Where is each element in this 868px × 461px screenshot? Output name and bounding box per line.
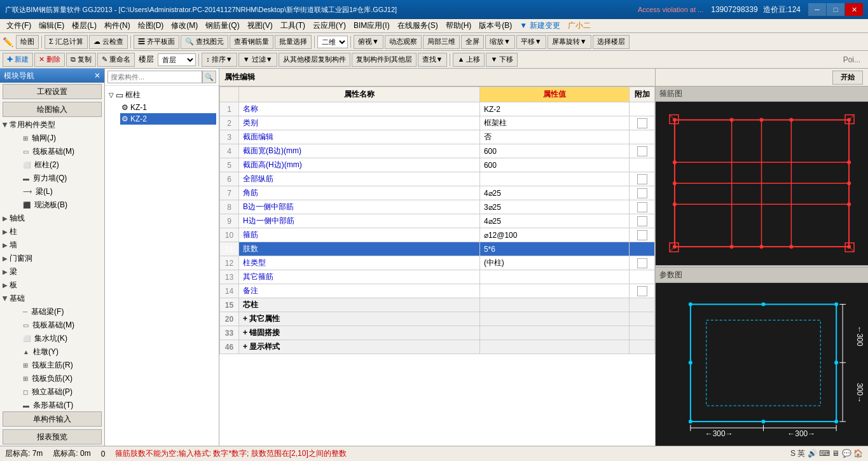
tree-item-kz2[interactable]: ⚙ KZ-2 <box>120 113 216 125</box>
nav-raft-neg[interactable]: ⊞筏板负筋(X) <box>10 372 104 385</box>
menu-tools[interactable]: 工具(T) <box>277 19 309 32</box>
prop-row-val[interactable]: 框架柱 <box>479 116 629 130</box>
prop-add-checkbox[interactable] <box>637 216 647 226</box>
nav-group-beam[interactable]: ▶梁 <box>0 265 104 279</box>
nav-frame-col[interactable]: ⬜框柱(2) <box>10 158 104 172</box>
nav-strip-found[interactable]: ▬条形基础(T) <box>10 399 104 410</box>
draw-button[interactable]: 绘图 <box>16 35 39 49</box>
menu-gxiao[interactable]: 广小二 <box>564 19 595 32</box>
new-component-button[interactable]: ✚ 新建 <box>3 53 33 67</box>
tree-search-input[interactable] <box>107 71 202 83</box>
fullscreen-button[interactable]: 全屏 <box>461 35 484 49</box>
find-elem-button[interactable]: 🔍 查找图元 <box>181 35 228 49</box>
nav-shear-wall[interactable]: ▬剪力墙(Q) <box>10 172 104 185</box>
tree-item-kz1[interactable]: ⚙ KZ-1 <box>120 102 216 113</box>
menu-draw[interactable]: 绘图(D) <box>134 19 168 32</box>
top-view-button[interactable]: 俯视▼ <box>354 35 383 49</box>
find-button[interactable]: 查找▼ <box>418 53 448 67</box>
prop-row-val[interactable]: 5*6 <box>479 242 629 256</box>
dynamic-view-button[interactable]: 动态观察 <box>385 35 422 49</box>
align-slab-button[interactable]: ☰ 齐平板面 <box>134 35 179 49</box>
cloud-check-button[interactable]: ☁ 云检查 <box>89 35 128 49</box>
nav-group-axis[interactable]: ▶轴线 <box>0 212 104 225</box>
nav-group-col[interactable]: ▶柱 <box>0 225 104 238</box>
prop-add-checkbox[interactable] <box>637 188 647 198</box>
menu-floor[interactable]: 楼层(L) <box>68 19 100 32</box>
move-down-button[interactable]: ▼ 下移 <box>486 53 518 67</box>
nav-group-opening[interactable]: ▶门窗洞 <box>0 252 104 265</box>
menu-edit[interactable]: 编辑(E) <box>35 19 68 32</box>
prop-row-val[interactable]: 4⌀25 <box>479 214 629 228</box>
select-floor-button[interactable]: 选择楼层 <box>593 35 630 49</box>
single-input-button[interactable]: 单构件输入 <box>3 411 102 427</box>
prop-add-checkbox[interactable] <box>637 286 647 296</box>
nav-found-beam[interactable]: ─基础梁(F) <box>10 305 104 319</box>
menu-cloud[interactable]: 云应用(Y) <box>309 19 350 32</box>
menu-modify[interactable]: 修改(M) <box>167 19 202 32</box>
sort-button[interactable]: ↕ 排序▼ <box>202 53 237 67</box>
nav-cast-slab[interactable]: ⬛现浇板(B) <box>10 198 104 212</box>
menu-help[interactable]: 帮助(H) <box>442 19 476 32</box>
local-3d-button[interactable]: 局部三维 <box>423 35 460 49</box>
move-up-button[interactable]: ▲ 上移 <box>453 53 485 67</box>
filter-button[interactable]: ▼ 过滤▼ <box>238 53 277 67</box>
close-button[interactable]: ✕ <box>845 3 863 16</box>
prop-row-val[interactable]: (中柱) <box>479 256 629 270</box>
menu-online[interactable]: 在线服务(S) <box>394 19 442 32</box>
copy-from-floor-button[interactable]: 从其他楼层复制构件 <box>279 53 350 67</box>
tree-root-framecol[interactable]: ▽ ▭ 框柱 <box>107 88 216 102</box>
prop-add-checkbox[interactable] <box>637 174 647 184</box>
draw-input-button[interactable]: 绘图输入 <box>3 102 102 117</box>
prop-row-val[interactable]: 3⌀25 <box>479 200 629 214</box>
nav-raft[interactable]: ▭筏板基础(M) <box>10 319 104 332</box>
report-preview-button[interactable]: 报表预览 <box>3 429 102 444</box>
prop-row-val[interactable]: 600 <box>479 158 629 172</box>
prop-row-val[interactable]: ⌀12@100 <box>479 228 629 242</box>
screen-rotate-button[interactable]: 屏幕旋转▼ <box>548 35 591 49</box>
prop-add-checkbox[interactable] <box>637 202 647 212</box>
nav-iso-found[interactable]: ◻独立基础(P) <box>10 385 104 399</box>
menu-bim[interactable]: BIM应用(I) <box>350 19 394 32</box>
prop-add-checkbox[interactable] <box>637 118 647 128</box>
maximize-button[interactable]: □ <box>827 3 844 16</box>
menu-view[interactable]: 视图(V) <box>244 19 277 32</box>
menu-component[interactable]: 构件(N) <box>100 19 134 32</box>
nav-group-common[interactable]: ▶常用构件类型 <box>0 118 104 132</box>
copy-to-floor-button[interactable]: 复制构件到其他层 <box>352 53 417 67</box>
nav-group-slab[interactable]: ▶板 <box>0 279 104 292</box>
nav-colcap[interactable]: ▲柱墩(Y) <box>10 345 104 359</box>
nav-group-wall[interactable]: ▶墙 <box>0 238 104 252</box>
nav-beam[interactable]: ⟶梁(L) <box>10 185 104 198</box>
nav-close-icon[interactable]: ✕ <box>94 71 100 80</box>
floor-select[interactable]: 首层 <box>158 53 196 66</box>
eng-setup-button[interactable]: 工程设置 <box>3 84 102 99</box>
rename-component-button[interactable]: ✎ 重命名 <box>97 53 135 67</box>
minimize-button[interactable]: ─ <box>808 3 826 16</box>
prop-add-checkbox[interactable] <box>637 146 647 156</box>
menu-newchange[interactable]: ▼ 新建变更 <box>516 19 563 32</box>
prop-row-val[interactable]: 否 <box>479 130 629 144</box>
nav-raft-main[interactable]: ⊞筏板主筋(R) <box>10 359 104 372</box>
nav-pit[interactable]: ⬜集水坑(K) <box>10 332 104 345</box>
zoom-button[interactable]: 缩放▼ <box>485 35 515 49</box>
batch-select-button[interactable]: 批量选择 <box>275 35 312 49</box>
menu-file[interactable]: 文件(F) <box>3 19 35 32</box>
prop-add-checkbox[interactable] <box>637 230 647 240</box>
menu-rebar[interactable]: 钢筋量(Q) <box>202 19 243 32</box>
prop-row-val[interactable]: 600 <box>479 144 629 158</box>
copy-component-button[interactable]: ⧉ 复制 <box>66 53 96 67</box>
nav-mat-found[interactable]: ▭筏板基础(M) <box>10 145 104 158</box>
prop-add-checkbox[interactable] <box>637 258 647 268</box>
sum-calc-button[interactable]: Σ 汇总计算 <box>45 35 88 49</box>
view-rebar-button[interactable]: 查看钢筋量 <box>230 35 273 49</box>
dimension-select[interactable]: 二维 三维 <box>317 36 348 48</box>
prop-row-val[interactable]: KZ-2 <box>479 102 629 116</box>
start-button[interactable]: 开始 <box>832 71 863 85</box>
prop-row-val[interactable]: 4⌀25 <box>479 186 629 200</box>
delete-component-button[interactable]: ✕ 删除 <box>34 53 65 67</box>
nav-axis[interactable]: ⊞轴网(J) <box>10 132 104 145</box>
menu-version[interactable]: 版本号(B) <box>475 19 516 32</box>
tree-search-button[interactable]: 🔍 <box>202 71 216 83</box>
pan-button[interactable]: 平移▼ <box>516 35 546 49</box>
nav-group-found[interactable]: ▶基础 <box>0 292 104 305</box>
